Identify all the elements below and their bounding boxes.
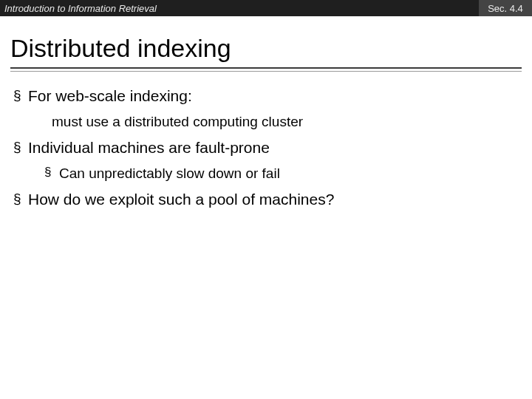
bullet-lvl1: For web-scale indexing: xyxy=(10,85,522,107)
section-label: Sec. 4.4 xyxy=(479,0,532,16)
title-block: Distributed indexing xyxy=(0,16,532,72)
bullet-lvl1: How do we exploit such a pool of machine… xyxy=(10,188,522,211)
bullet-lvl2: Can unpredictably slow down or fail xyxy=(10,163,522,184)
slide-title: Distributed indexing xyxy=(10,34,522,64)
bullet-lvl1: Individual machines are fault-prone xyxy=(10,137,522,159)
slide-body: For web-scale indexing: must use a distr… xyxy=(0,72,532,211)
slide-header: Introduction to Information Retrieval Se… xyxy=(0,0,532,16)
bullet-lvl2: must use a distributed computing cluster xyxy=(10,112,522,132)
course-title: Introduction to Information Retrieval xyxy=(0,0,479,16)
